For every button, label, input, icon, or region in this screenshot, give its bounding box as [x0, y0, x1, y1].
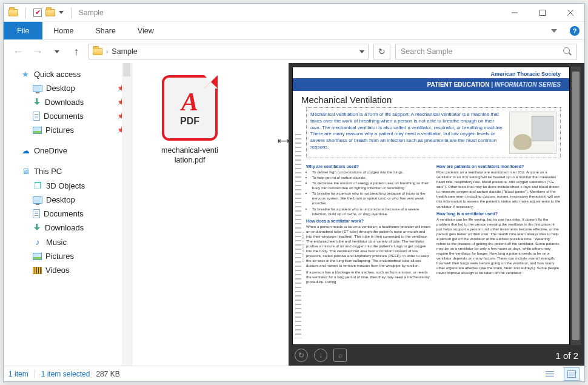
- nav-label: Documents: [44, 209, 84, 218]
- breadcrumb[interactable]: Sample: [112, 47, 137, 56]
- resize-handle-icon: ⇤⇥: [278, 136, 289, 146]
- cube-icon: ❒: [33, 181, 42, 190]
- pdf-icon: A PDF: [162, 75, 218, 141]
- nav-pc-pictures[interactable]: Pictures: [4, 249, 132, 263]
- save-button[interactable]: ↓: [314, 349, 327, 362]
- preview-splitter[interactable]: ⇤⇥: [278, 63, 289, 366]
- nav-pc-desktop[interactable]: Desktop: [4, 193, 132, 207]
- file-tab[interactable]: File: [4, 22, 42, 39]
- new-folder-icon[interactable]: [45, 9, 55, 16]
- divider: [35, 370, 35, 378]
- music-icon: ♪: [33, 237, 42, 247]
- address-bar[interactable]: › Sample: [89, 44, 369, 59]
- details-view-button[interactable]: [542, 367, 558, 381]
- paragraph: When a person needs to be on a ventilato…: [306, 224, 430, 269]
- band-left: PATIENT EDUCATION: [427, 81, 490, 88]
- status-bar: 1 item 1 item selected 287 KB: [4, 366, 584, 381]
- search-box[interactable]: [395, 44, 577, 59]
- back-button[interactable]: ←: [11, 44, 25, 59]
- col-heading: How long is a ventilator used?: [436, 211, 561, 216]
- zoom-button[interactable]: ⌕: [333, 349, 347, 362]
- files-area[interactable]: A PDF mechanical-venti lation.pdf: [132, 63, 278, 366]
- paragraph: A ventilator can be life saving, but its…: [436, 217, 561, 276]
- side-label: CLIP AND COPY: [301, 231, 305, 262]
- nav-this-pc[interactable]: 🖥This PC: [4, 164, 132, 178]
- list-item: To decrease the amount of energy a patie…: [312, 181, 430, 190]
- nav-quick-access[interactable]: ★ Quick access: [4, 67, 132, 81]
- nav-pictures[interactable]: Pictures📌: [4, 123, 132, 137]
- col-heading: How does a ventilator work?: [306, 218, 430, 224]
- band-right: INFORMATION SERIES: [495, 81, 561, 88]
- tab-home[interactable]: Home: [42, 22, 84, 39]
- nav-desktop[interactable]: Desktop📌: [4, 81, 132, 95]
- doc-col-right: How are patients on ventilators monitore…: [436, 162, 561, 341]
- doc-col-left: Why are ventilators used? To deliver hig…: [306, 162, 430, 341]
- doc-columns: Why are ventilators used? To deliver hig…: [293, 162, 569, 344]
- preview-viewport: American Thoracic Society PATIENT EDUCAT…: [289, 63, 584, 345]
- bullet-list: To deliver high concentrations of oxygen…: [306, 170, 430, 216]
- preview-pane: American Thoracic Society PATIENT EDUCAT…: [289, 63, 584, 366]
- nav-pc-downloads[interactable]: Downloads: [4, 221, 132, 235]
- pc-icon: 🖥: [21, 166, 30, 176]
- grid-view-icon: [567, 370, 576, 378]
- search-input[interactable]: [401, 47, 563, 56]
- list-item: To breathe for a patient who is unconsci…: [312, 207, 430, 216]
- thumbnails-view-button[interactable]: [564, 367, 580, 381]
- list-view-icon: [546, 371, 554, 377]
- nav-label: Quick access: [34, 70, 81, 79]
- nav-label: Music: [46, 238, 67, 247]
- preview-scrollbar[interactable]: [571, 67, 581, 345]
- refresh-button[interactable]: ↻: [373, 44, 390, 59]
- recent-locations-icon[interactable]: [50, 44, 64, 59]
- separator: [71, 7, 72, 18]
- content-pane: A PDF mechanical-venti lation.pdf ⇤⇥ Ame…: [132, 63, 584, 366]
- address-row: ← → ↑ › Sample ↻: [4, 40, 584, 63]
- nav-onedrive[interactable]: ☁OneDrive: [4, 143, 132, 158]
- paragraph: If a person has a blockage in the trache…: [306, 270, 430, 284]
- ribbon-expand-icon[interactable]: [546, 22, 565, 39]
- titlebar: ✔ Sample: [4, 4, 584, 22]
- qat-dropdown-icon[interactable]: [59, 11, 64, 14]
- tab-share[interactable]: Share: [85, 22, 127, 39]
- quick-access-toolbar: ✔: [8, 7, 75, 18]
- spiral-binding-icon: [295, 134, 301, 338]
- close-button[interactable]: [556, 4, 584, 22]
- minimize-button[interactable]: [501, 4, 529, 22]
- forward-button[interactable]: →: [30, 44, 45, 59]
- nav-scrollbar[interactable]: [122, 63, 132, 366]
- help-button[interactable]: ?: [565, 22, 584, 39]
- page-indicator: 1 of 2: [555, 350, 578, 361]
- nav-label: Downloads: [45, 223, 84, 232]
- nav-pc-videos[interactable]: Videos: [4, 263, 132, 277]
- separator: [25, 7, 26, 18]
- pictures-icon: [33, 253, 42, 260]
- onedrive-icon: ☁: [21, 146, 30, 155]
- nav-3d-objects[interactable]: ❒3D Objects: [4, 178, 132, 193]
- tab-view[interactable]: View: [127, 22, 165, 39]
- file-explorer-window: ✔ Sample File Home Share View ? ← → ↑ › …: [3, 3, 585, 382]
- location-folder-icon: [93, 48, 102, 55]
- nav-downloads[interactable]: Downloads📌: [4, 95, 132, 109]
- chevron-right-icon[interactable]: ›: [106, 49, 108, 55]
- nav-label: Videos: [45, 266, 70, 275]
- file-item[interactable]: A PDF mechanical-venti lation.pdf: [150, 75, 229, 166]
- downloads-icon: [33, 98, 41, 107]
- rotate-button[interactable]: ↻: [295, 349, 308, 362]
- nav-pc-music[interactable]: ♪Music: [4, 235, 132, 249]
- list-item: To help get rid of carbon dioxide.: [312, 175, 430, 180]
- file-name: mechanical-venti lation.pdf: [150, 146, 229, 166]
- scrollbar-thumb[interactable]: [572, 72, 580, 340]
- scrollbar-thumb[interactable]: [123, 63, 130, 76]
- nav-label: Pictures: [45, 252, 74, 261]
- app-folder-icon: [8, 9, 18, 16]
- nav-label: Desktop: [46, 84, 75, 93]
- address-dropdown-icon[interactable]: [359, 50, 364, 53]
- maximize-button[interactable]: [529, 4, 556, 22]
- col-heading: Why are ventilators used?: [306, 164, 430, 169]
- nav-pc-documents[interactable]: Documents: [4, 207, 132, 221]
- up-button[interactable]: ↑: [69, 44, 84, 59]
- search-icon: [563, 47, 572, 56]
- nav-documents[interactable]: Documents📌: [4, 109, 132, 123]
- preview-page[interactable]: American Thoracic Society PATIENT EDUCAT…: [292, 67, 570, 345]
- properties-toggle-icon[interactable]: ✔: [33, 8, 42, 17]
